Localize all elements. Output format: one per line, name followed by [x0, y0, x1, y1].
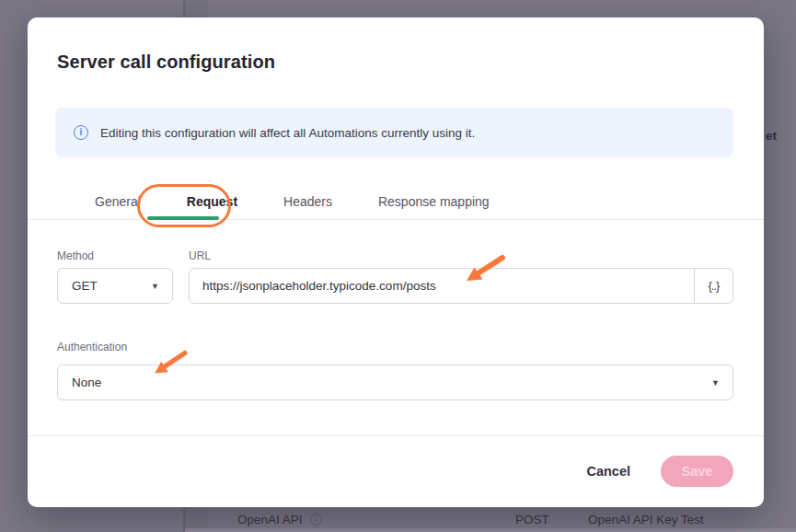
- insert-variable-button[interactable]: {..}: [694, 269, 733, 303]
- method-value: GET: [72, 279, 98, 293]
- authentication-value: None: [72, 376, 101, 389]
- url-field-group: https://jsonplaceholder.typicode.com/pos…: [189, 268, 733, 304]
- background-table-row: OpenAI API i POST OpenAI API Key Test: [0, 513, 796, 528]
- active-tab-underline: [147, 216, 219, 220]
- info-banner: i Editing this configuration will affect…: [55, 108, 733, 157]
- dialog-title: Server call configuration: [57, 52, 275, 73]
- info-banner-text: Editing this configuration will affect a…: [100, 126, 475, 140]
- background-table-row-edge: [185, 528, 796, 532]
- url-label: URL: [189, 249, 211, 262]
- chevron-down-icon: ▼: [711, 378, 720, 387]
- authentication-select[interactable]: None ▼: [57, 364, 733, 400]
- info-icon: i: [310, 514, 322, 526]
- tab-headers[interactable]: Headers: [283, 194, 332, 209]
- tab-bar: General Request Headers Response mapping: [95, 194, 490, 209]
- config-name-cell: OpenAI API: [237, 513, 303, 526]
- tab-bar-divider: [28, 219, 764, 220]
- tab-response-mapping[interactable]: Response mapping: [378, 194, 490, 209]
- method-select[interactable]: GET ▼: [57, 268, 173, 304]
- background-clipped-text: et: [766, 129, 777, 143]
- api-key-cell: OpenAI API Key Test: [588, 513, 704, 526]
- dialog-footer: Cancel Save: [586, 456, 733, 487]
- footer-divider: [28, 435, 764, 436]
- authentication-label: Authentication: [57, 341, 127, 353]
- cancel-button[interactable]: Cancel: [586, 464, 630, 479]
- method-label: Method: [57, 249, 94, 262]
- server-call-configuration-dialog: Server call configuration i Editing this…: [28, 17, 764, 507]
- tab-request[interactable]: Request: [187, 194, 237, 209]
- tab-general[interactable]: General: [95, 194, 141, 209]
- save-button[interactable]: Save: [661, 456, 733, 487]
- method-cell: POST: [515, 513, 549, 526]
- chevron-down-icon: ▼: [151, 282, 159, 291]
- url-input[interactable]: https://jsonplaceholder.typicode.com/pos…: [190, 269, 694, 303]
- info-icon: i: [74, 125, 88, 140]
